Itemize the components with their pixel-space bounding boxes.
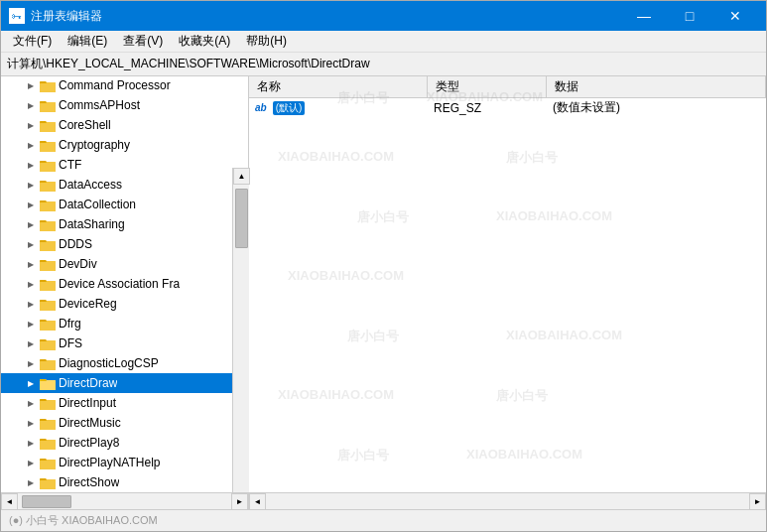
col-header-type[interactable]: 类型 (428, 76, 547, 97)
tree-item[interactable]: ▶ DDDS (1, 234, 248, 254)
tree-scroll[interactable]: ▶ COM3▶ Command Processor▶ CommsAPHost▶ … (1, 76, 248, 492)
expand-arrow-icon[interactable]: ▶ (25, 179, 37, 191)
tree-item-label: DirectPlay8 (59, 436, 119, 450)
tree-item[interactable]: ▶ Cryptography (1, 135, 248, 155)
window-title: 注册表编辑器 (31, 8, 621, 25)
tree-item[interactable]: ▶ DirectInput (1, 393, 248, 413)
menu-edit[interactable]: 编辑(E) (60, 31, 115, 52)
expand-arrow-icon[interactable]: ▶ (25, 417, 37, 429)
tree-item[interactable]: ▶ CommsAPHost (1, 95, 248, 115)
tree-item[interactable]: ▶ DirectPlay8 (1, 433, 248, 453)
tree-item[interactable]: ▶ DirectPlayNATHelp (1, 453, 248, 472)
registry-editor-window: 🗝 注册表编辑器 — □ ✕ 文件(F) 编辑(E) 查看(V) 收藏夹(A) … (0, 0, 767, 532)
content-wrapper: ▶ COM3▶ Command Processor▶ CommsAPHost▶ … (1, 76, 766, 492)
svg-rect-29 (40, 341, 56, 350)
svg-rect-41 (40, 461, 56, 469)
tree-item[interactable]: ▶ DirectDraw (1, 373, 248, 393)
tree-item[interactable]: ▶ DataAccess (1, 175, 248, 195)
svg-rect-39 (40, 441, 56, 450)
expand-arrow-icon[interactable]: ▶ (25, 139, 37, 151)
tree-item[interactable]: ▶ Dfrg (1, 314, 248, 333)
address-path[interactable]: 计算机\HKEY_LOCAL_MACHINE\SOFTWARE\Microsof… (7, 56, 370, 72)
expand-arrow-icon[interactable]: ▶ (25, 199, 37, 210)
horizontal-scrollbars: ◄ ► ◄ ► (1, 492, 766, 509)
expand-arrow-icon[interactable]: ▶ (25, 397, 37, 409)
data-h-scroll-track[interactable] (266, 493, 749, 509)
data-h-scroll-left[interactable]: ◄ (249, 493, 266, 510)
expand-arrow-icon[interactable]: ▶ (25, 238, 37, 250)
folder-icon (40, 376, 56, 390)
folder-icon (40, 138, 56, 152)
menu-favorites[interactable]: 收藏夹(A) (171, 31, 238, 52)
tree-h-scroll-right[interactable]: ► (231, 493, 248, 510)
tree-item-label: DataAccess (59, 178, 122, 192)
maximize-button[interactable]: □ (667, 1, 712, 31)
tree-item[interactable]: ▶ Device Association Fra (1, 274, 248, 294)
menu-view[interactable]: 查看(V) (115, 31, 171, 52)
app-icon: 🗝 (9, 8, 25, 24)
expand-arrow-icon[interactable]: ▶ (25, 298, 37, 310)
svg-rect-33 (40, 381, 56, 390)
folder-icon (40, 436, 56, 450)
svg-rect-43 (40, 480, 56, 489)
expand-arrow-icon[interactable]: ▶ (25, 79, 37, 91)
tree-item[interactable]: ▶ DataCollection (1, 195, 248, 214)
tree-item[interactable]: ▶ DevDiv (1, 254, 248, 274)
data-h-scroll-right[interactable]: ► (749, 493, 766, 510)
tree-item[interactable]: ▶ CTF (1, 155, 248, 175)
title-bar: 🗝 注册表编辑器 — □ ✕ (1, 1, 766, 31)
cell-name: ab(默认) (249, 101, 428, 115)
tree-item[interactable]: ▶ DFS (1, 333, 248, 353)
tree-item[interactable]: ▶ Command Processor (1, 76, 248, 95)
menu-file[interactable]: 文件(F) (5, 31, 60, 52)
expand-arrow-icon[interactable]: ▶ (25, 278, 37, 290)
expand-arrow-icon[interactable]: ▶ (25, 437, 37, 449)
tree-item-label: CoreShell (59, 118, 111, 132)
expand-arrow-icon[interactable]: ▶ (25, 119, 37, 131)
svg-rect-5 (40, 103, 56, 112)
table-row[interactable]: ab(默认)REG_SZ(数值未设置) (249, 98, 766, 118)
svg-rect-9 (40, 143, 56, 152)
expand-arrow-icon[interactable]: ▶ (25, 357, 37, 369)
tree-h-scrollbar[interactable]: ◄ ► (1, 493, 249, 509)
expand-arrow-icon[interactable]: ▶ (25, 337, 37, 349)
minimize-button[interactable]: — (621, 1, 667, 31)
address-bar: 计算机\HKEY_LOCAL_MACHINE\SOFTWARE\Microsof… (1, 53, 766, 76)
col-header-data[interactable]: 数据 (547, 76, 766, 97)
col-header-name[interactable]: 名称 (249, 76, 428, 97)
expand-arrow-icon[interactable]: ▶ (25, 99, 37, 111)
folder-icon (40, 158, 56, 172)
expand-arrow-icon[interactable]: ▶ (25, 159, 37, 171)
tree-h-scroll-track[interactable] (18, 493, 231, 509)
tree-scroll-track[interactable] (233, 185, 249, 492)
tree-item-label: DirectInput (59, 396, 116, 410)
expand-arrow-icon[interactable]: ▶ (25, 476, 37, 488)
close-button[interactable]: ✕ (712, 1, 758, 31)
status-bar: (●) 小白号 XIAOBAIHAO.COM (1, 509, 766, 531)
registry-data-area[interactable]: ab(默认)REG_SZ(数值未设置) (249, 98, 766, 492)
data-h-scrollbar[interactable]: ◄ ► (249, 493, 766, 509)
tree-item[interactable]: ▶ DirectMusic (1, 413, 248, 433)
folder-icon (40, 98, 56, 112)
expand-arrow-icon[interactable]: ▶ (25, 457, 37, 468)
expand-arrow-icon[interactable]: ▶ (25, 377, 37, 389)
svg-rect-15 (40, 202, 56, 211)
tree-item[interactable]: ▶ CoreShell (1, 115, 248, 135)
tree-item[interactable]: ▶ DeviceReg (1, 294, 248, 314)
tree-item[interactable]: ▶ DataSharing (1, 214, 248, 234)
svg-rect-21 (40, 262, 56, 271)
tree-item-label: DiagnosticLogCSP (59, 356, 159, 370)
folder-icon (40, 297, 56, 311)
tree-item[interactable]: ▶ DiagnosticLogCSP (1, 353, 248, 373)
tree-item-label: DirectShow (59, 475, 119, 489)
expand-arrow-icon[interactable]: ▶ (25, 258, 37, 270)
tree-h-scroll-left[interactable]: ◄ (1, 493, 18, 510)
svg-rect-19 (40, 242, 56, 251)
svg-rect-35 (40, 401, 56, 410)
tree-item[interactable]: ▶ DirectShow (1, 472, 248, 492)
tree-scroll-up[interactable]: ▲ (233, 168, 249, 185)
menu-help[interactable]: 帮助(H) (238, 31, 295, 52)
expand-arrow-icon[interactable]: ▶ (25, 218, 37, 230)
tree-vertical-scrollbar[interactable]: ▲ ▼ (232, 168, 249, 492)
expand-arrow-icon[interactable]: ▶ (25, 318, 37, 330)
